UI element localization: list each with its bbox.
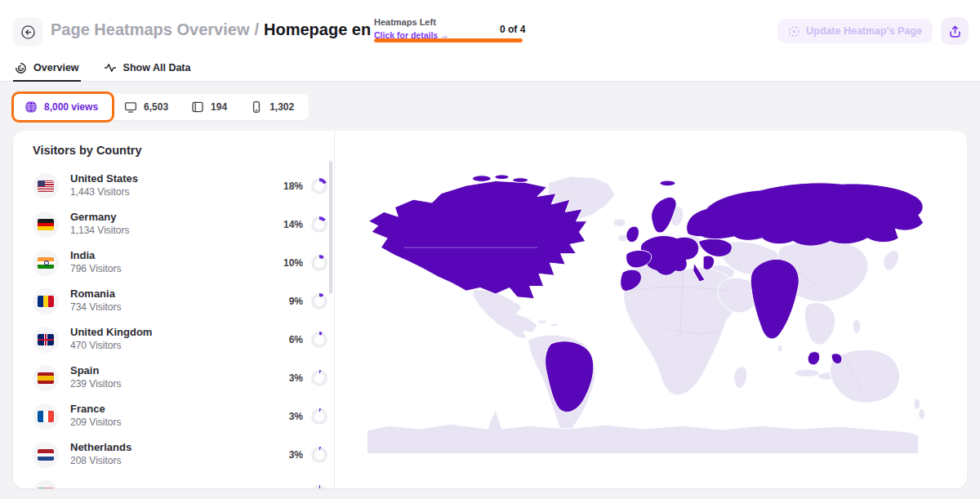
country-name: Portugal	[70, 486, 114, 488]
tab-show-all-data[interactable]: Show All Data	[102, 56, 193, 82]
country-row[interactable]: Portugal	[33, 474, 327, 488]
activity-pulse-icon	[104, 61, 117, 74]
country-visitors: 734 Visitors	[70, 301, 121, 314]
country-flag-icon	[38, 257, 54, 269]
country-text: Spain 239 Visitors	[70, 364, 121, 391]
country-text: United Kingdom 470 Visitors	[70, 326, 152, 353]
update-heatmap-page-label: Update Heatmap's Page	[806, 25, 922, 37]
country-name: United States	[70, 172, 138, 185]
tab-overview-label: Overview	[33, 62, 79, 74]
country-percent: 3%	[289, 411, 303, 422]
country-visitors: 1,443 Visitors	[70, 186, 138, 199]
country-flag-icon	[38, 372, 54, 384]
country-flag-circle	[33, 403, 59, 430]
country-text: Portugal	[70, 486, 114, 488]
country-row[interactable]: Spain 239 Visitors 3%	[33, 359, 327, 397]
country-text: Romania 734 Visitors	[70, 287, 121, 314]
country-row[interactable]: Romania 734 Visitors 9%	[33, 282, 327, 320]
country-donut-chart	[311, 216, 327, 233]
stat-desktop[interactable]: 6,503	[113, 94, 180, 120]
country-row[interactable]: Germany 1,134 Visitors 14%	[33, 205, 327, 243]
country-percent: 18%	[283, 180, 303, 192]
country-flag-circle	[33, 250, 59, 276]
world-choropleth-map[interactable]	[358, 173, 931, 460]
arrow-left-circle-icon	[20, 25, 36, 40]
country-flag-circle	[33, 480, 59, 489]
country-percent: 9%	[289, 296, 303, 307]
country-row[interactable]: United Kingdom 470 Visitors 6%	[33, 320, 327, 359]
mobile-phone-icon	[250, 100, 263, 114]
heatmaps-progress-bar	[374, 38, 523, 42]
country-percent: 6%	[289, 334, 303, 345]
breadcrumb-separator: /	[254, 20, 259, 38]
country-flag-circle	[33, 212, 59, 238]
country-name: Netherlands	[70, 441, 131, 454]
update-heatmap-page-button[interactable]: Update Heatmap's Page	[777, 19, 933, 43]
heatmaps-count: 0 of 4	[500, 24, 525, 35]
country-row[interactable]: United States 1,443 Visitors 18%	[33, 167, 327, 205]
export-button[interactable]	[941, 17, 969, 45]
country-donut-chart	[311, 293, 327, 310]
world-map-panel	[335, 131, 967, 488]
country-row[interactable]: France 209 Visitors 3%	[33, 397, 327, 435]
country-percent: 10%	[283, 257, 303, 269]
country-name: France	[70, 403, 121, 416]
breadcrumb-parent[interactable]: Page Heatmaps Overview	[51, 20, 249, 38]
header: Page Heatmaps Overview/Homepage en Heatm…	[0, 0, 980, 82]
page-heatmaps-overview-screen: Page Heatmaps Overview/Homepage en Heatm…	[0, 0, 980, 499]
country-metrics: 6%	[289, 332, 327, 348]
country-row[interactable]: India 796 Visitors 10%	[33, 243, 327, 282]
country-donut-chart	[311, 332, 327, 348]
country-text: India 796 Visitors	[70, 249, 121, 276]
tablet-icon	[191, 100, 204, 114]
country-flag-circle	[33, 442, 59, 468]
visitors-by-country-card: Visitors by Country United States 1,443 …	[13, 131, 967, 488]
country-row[interactable]: Netherlands 208 Visitors 3%	[33, 435, 327, 474]
country-visitors: 208 Visitors	[70, 455, 131, 468]
country-flag-circle	[33, 288, 59, 314]
stat-tablet-value: 194	[211, 101, 227, 113]
list-scrollbar-thumb[interactable]	[329, 161, 332, 294]
breadcrumb-current: Homepage en	[264, 20, 371, 38]
country-metrics: 3%	[289, 370, 327, 386]
country-visitors: 796 Visitors	[70, 263, 121, 276]
country-donut-chart	[311, 408, 327, 425]
country-flag-icon	[38, 488, 54, 489]
country-name: India	[70, 249, 121, 262]
device-stats-bar: 8,000 views 6,503 194 1	[13, 94, 309, 120]
country-text: France 209 Visitors	[70, 403, 121, 430]
country-percent: 14%	[283, 219, 303, 230]
stat-total-views[interactable]: 8,000 views	[13, 94, 113, 120]
tab-overview[interactable]: Overview	[13, 56, 81, 82]
heatmaps-progress-fill	[374, 38, 523, 42]
country-flag-circle	[33, 173, 59, 199]
country-flag-icon	[38, 219, 54, 230]
stat-mobile-value: 1,302	[270, 101, 294, 113]
country-metrics: 10%	[283, 255, 327, 271]
country-flag-circle	[33, 365, 59, 391]
country-donut-chart	[311, 447, 327, 463]
country-metrics: 18%	[283, 178, 327, 194]
country-metrics	[303, 485, 327, 489]
country-flag-icon	[38, 334, 54, 345]
country-list-panel: Visitors by Country United States 1,443 …	[13, 131, 335, 488]
country-flag-icon	[38, 180, 54, 192]
stat-desktop-value: 6,503	[144, 101, 168, 113]
country-donut-chart	[311, 178, 327, 194]
country-donut-chart	[311, 485, 327, 489]
country-name: Germany	[70, 211, 130, 224]
country-flag-icon	[38, 449, 54, 461]
refresh-target-icon	[788, 25, 800, 38]
export-up-arrow-icon	[948, 25, 962, 38]
country-donut-chart	[311, 370, 327, 386]
country-name: Romania	[70, 287, 121, 301]
breadcrumb: Page Heatmaps Overview/Homepage en	[51, 20, 371, 39]
country-percent: 3%	[289, 449, 303, 461]
stat-tablet[interactable]: 194	[180, 94, 238, 120]
back-button[interactable]	[13, 17, 42, 47]
stat-mobile[interactable]: 1,302	[238, 94, 305, 120]
country-metrics: 9%	[289, 293, 327, 310]
country-text: Netherlands 208 Visitors	[70, 441, 131, 468]
country-flag-circle	[33, 327, 59, 353]
stat-total-views-value: 8,000 views	[44, 101, 98, 113]
